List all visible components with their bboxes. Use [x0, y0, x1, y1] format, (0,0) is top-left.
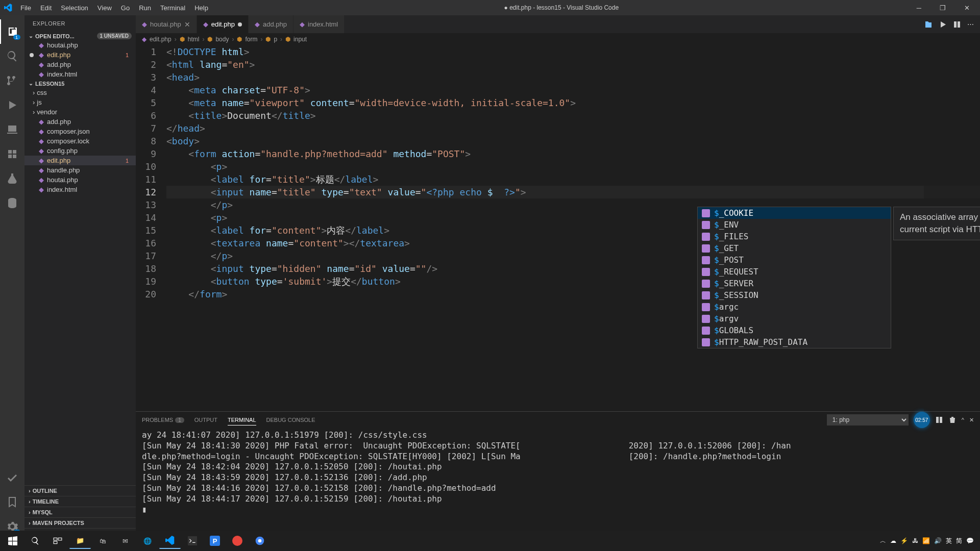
vscode-taskbar[interactable]	[159, 533, 181, 549]
tray-chevron-icon[interactable]: ︿	[880, 537, 886, 545]
terminal-taskbar[interactable]	[182, 533, 203, 549]
breadcrumb-file[interactable]: edit.php	[150, 36, 172, 43]
suggest-item[interactable]: $argv	[698, 313, 891, 324]
editor-tab[interactable]: ◆add.php	[249, 15, 293, 33]
panel-tab[interactable]: PROBLEMS1	[142, 415, 184, 425]
tray-wifi-icon[interactable]: 📶	[922, 537, 930, 544]
editor-tab[interactable]: ◆edit.php	[197, 15, 249, 33]
app-red-taskbar[interactable]	[227, 533, 248, 549]
file-item[interactable]: ◆add.php	[24, 117, 136, 127]
suggest-item[interactable]: $_POST	[698, 254, 891, 266]
menu-terminal[interactable]: Terminal	[156, 2, 189, 14]
breadcrumb-body[interactable]: body	[215, 36, 229, 43]
tray-ime1[interactable]: 英	[946, 537, 952, 545]
suggest-item[interactable]: $_SESSION	[698, 289, 891, 301]
file-item[interactable]: ◆config.php	[24, 146, 136, 156]
editor-tab[interactable]: ◆houtai.php✕	[136, 15, 197, 33]
search-taskbar-icon[interactable]	[24, 533, 46, 549]
folder-item[interactable]: ›vendor	[24, 107, 136, 117]
menu-help[interactable]: Help	[190, 2, 212, 14]
sidebar-section[interactable]: ›OUTLINE	[24, 485, 136, 496]
start-button[interactable]	[2, 533, 23, 549]
menu-file[interactable]: File	[16, 2, 35, 14]
suggest-item[interactable]: $GLOBALS	[698, 324, 891, 336]
testing-icon[interactable]	[0, 166, 24, 191]
search-icon[interactable]	[0, 44, 24, 68]
close-panel-icon[interactable]: ✕	[969, 417, 974, 423]
tray-notifications-icon[interactable]: 💬	[966, 537, 974, 544]
explorer-icon[interactable]: 1	[0, 19, 24, 44]
open-editor-item[interactable]: ◆add.php	[24, 60, 136, 69]
suggest-item[interactable]: $_SERVER	[698, 278, 891, 289]
terminal-select[interactable]: 1: php	[827, 414, 909, 425]
task-view-icon[interactable]	[47, 533, 68, 549]
sidebar-section[interactable]: ›MYSQL	[24, 507, 136, 517]
suggest-item[interactable]: $_COOKIE	[698, 207, 891, 219]
database-icon[interactable]	[0, 191, 24, 215]
suggest-item[interactable]: $_GET	[698, 242, 891, 254]
extensions-icon[interactable]	[0, 142, 24, 166]
chrome-taskbar[interactable]: 🌐	[137, 533, 158, 549]
file-item[interactable]: ◆index.html	[24, 185, 136, 194]
mail-taskbar[interactable]: ✉	[114, 533, 136, 549]
source-control-icon[interactable]	[0, 68, 24, 93]
suggest-item[interactable]: $_REQUEST	[698, 266, 891, 278]
panel-tab[interactable]: DEBUG CONSOLE	[266, 415, 315, 425]
split-editor-icon[interactable]	[953, 20, 961, 29]
remote-icon[interactable]	[0, 117, 24, 142]
tray-network-icon[interactable]: 🖧	[912, 537, 918, 544]
file-item[interactable]: ◆edit.php1	[24, 156, 136, 165]
file-item[interactable]: ◆composer.json	[24, 127, 136, 136]
open-editors-header[interactable]: ⌄ OPEN EDITO... 1 UNSAVED	[24, 32, 136, 40]
menu-selection[interactable]: Selection	[57, 2, 92, 14]
trash-icon[interactable]	[948, 416, 957, 424]
store-taskbar[interactable]: 🛍	[92, 533, 113, 549]
breadcrumb-form[interactable]: form	[245, 36, 257, 43]
project-header[interactable]: ⌄ LESSON15	[24, 79, 136, 88]
suggest-widget[interactable]: $_COOKIE$_ENV$_FILES$_GET$_POST$_REQUEST…	[697, 207, 891, 348]
panel-tab[interactable]: OUTPUT	[194, 415, 217, 425]
sidebar-section[interactable]: ›TIMELINE	[24, 496, 136, 507]
more-icon[interactable]: ⋯	[967, 20, 974, 28]
folder-item[interactable]: ›css	[24, 88, 136, 97]
suggest-item[interactable]: $_FILES	[698, 231, 891, 242]
breadcrumb-html[interactable]: html	[188, 36, 200, 43]
suggest-item[interactable]: $HTTP_RAW_POST_DATA	[698, 336, 891, 348]
breadcrumb-input[interactable]: input	[293, 36, 307, 43]
menu-edit[interactable]: Edit	[36, 2, 56, 14]
maximize-panel-icon[interactable]: ^	[962, 417, 964, 423]
menu-run[interactable]: Run	[135, 2, 155, 14]
tray-volume-icon[interactable]: 🔊	[934, 537, 942, 544]
breadcrumbs[interactable]: ◆ edit.php ›⬢ html ›⬢ body ›⬢ form ›⬢ p …	[136, 33, 980, 45]
terminal-output[interactable]: ay 24 18:41:07 2020] 127.0.0.1:51979 [20…	[136, 428, 980, 539]
folder-item[interactable]: ›js	[24, 97, 136, 107]
file-explorer-taskbar[interactable]: 📁	[69, 533, 91, 549]
suggest-item[interactable]: $_ENV	[698, 219, 891, 231]
file-item[interactable]: ◆houtai.php	[24, 175, 136, 185]
run-icon[interactable]	[939, 20, 947, 29]
panel-tab[interactable]: TERMINAL	[228, 415, 256, 425]
menu-go[interactable]: Go	[117, 2, 134, 14]
breadcrumb-p[interactable]: p	[274, 36, 277, 43]
open-editor-item[interactable]: ◆edit.php1	[24, 50, 136, 60]
file-item[interactable]: ◆composer.lock	[24, 136, 136, 146]
open-editor-item[interactable]: ◆houtai.php	[24, 40, 136, 50]
bookmark-icon[interactable]	[0, 490, 24, 514]
run-debug-icon[interactable]	[0, 93, 24, 117]
open-changes-icon[interactable]	[924, 20, 933, 29]
open-editor-item[interactable]: ◆index.html	[24, 69, 136, 79]
suggest-item[interactable]: $argc	[698, 301, 891, 313]
file-item[interactable]: ◆handle.php	[24, 165, 136, 175]
tray-cloud-icon[interactable]: ☁	[890, 537, 896, 544]
close-button[interactable]: ✕	[958, 2, 976, 14]
minimize-button[interactable]: ─	[911, 2, 927, 14]
tray-ime2[interactable]: 简	[956, 537, 962, 545]
app-p-taskbar[interactable]: P	[204, 533, 226, 549]
check-icon[interactable]	[0, 465, 24, 490]
sidebar-section[interactable]: ›MAVEN PROJECTS	[24, 517, 136, 528]
tray-power-icon[interactable]: ⚡	[900, 537, 908, 544]
chrome2-taskbar[interactable]	[249, 533, 271, 549]
maximize-button[interactable]: ❐	[934, 2, 952, 14]
editor-tab[interactable]: ◆index.html	[293, 15, 345, 33]
split-terminal-icon[interactable]	[935, 416, 943, 424]
